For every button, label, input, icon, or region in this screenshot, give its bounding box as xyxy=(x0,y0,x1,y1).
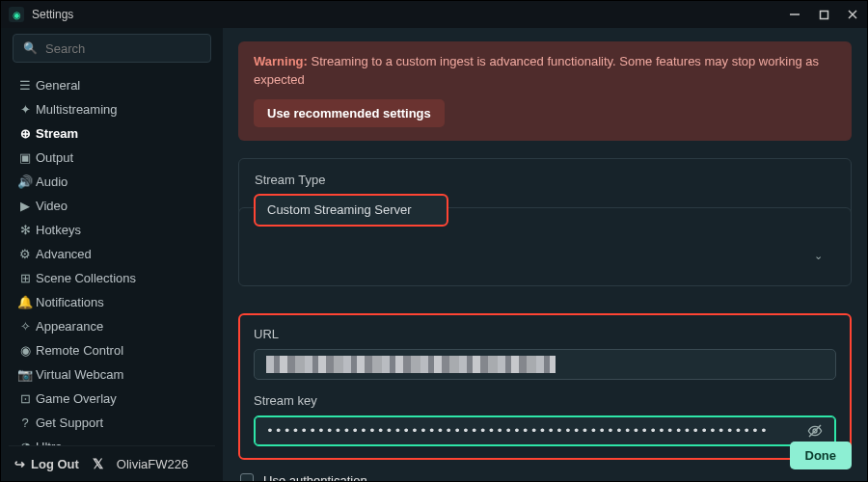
stream-type-select[interactable]: Custom Streaming Server xyxy=(255,195,448,226)
advanced-icon: ⚙ xyxy=(14,247,36,261)
sidebar-item-label: Remote Control xyxy=(36,343,123,358)
sidebar-item-label: Appearance xyxy=(36,319,103,334)
sidebar-item-scene-collections[interactable]: ⊞Scene Collections xyxy=(9,266,215,289)
app-icon: ◉ xyxy=(9,7,24,22)
sidebar-item-remote-control[interactable]: ◉Remote Control xyxy=(9,338,215,362)
virtual-webcam-icon: 📷 xyxy=(14,367,36,382)
stream-type-value: Custom Streaming Server xyxy=(267,202,412,217)
sidebar-item-label: Scene Collections xyxy=(36,271,136,285)
search-box[interactable]: 🔍 xyxy=(13,34,211,63)
close-button[interactable] xyxy=(846,8,859,21)
sidebar-item-label: Stream xyxy=(36,126,78,141)
warning-text: Warning: Streaming to a custom ingest is… xyxy=(254,53,836,90)
sidebar-item-appearance[interactable]: ✧Appearance xyxy=(9,314,215,337)
multistreaming-icon: ✦ xyxy=(14,102,36,117)
audio-icon: 🔊 xyxy=(14,174,36,189)
username: OliviaFW226 xyxy=(117,457,188,471)
game-overlay-icon: ⊡ xyxy=(14,391,36,406)
sidebar-item-hotkeys[interactable]: ✻Hotkeys xyxy=(9,218,215,241)
sidebar-item-label: Hotkeys xyxy=(36,223,81,237)
sidebar-item-output[interactable]: ▣Output xyxy=(9,146,215,169)
maximize-button[interactable] xyxy=(817,8,830,21)
sidebar-item-get-support[interactable]: ?Get Support xyxy=(9,411,215,434)
stream-type-select-full[interactable]: ⌄ xyxy=(255,241,835,272)
stream-type-label: Stream Type xyxy=(255,173,835,187)
sidebar-item-video[interactable]: ▶Video xyxy=(9,194,215,217)
window-title: Settings xyxy=(32,8,73,21)
sidebar-item-notifications[interactable]: 🔔Notifications xyxy=(9,290,215,313)
sidebar-item-label: General xyxy=(36,78,80,93)
sidebar-item-label: Output xyxy=(36,150,73,165)
url-input[interactable] xyxy=(254,349,836,380)
url-label: URL xyxy=(254,327,836,341)
logout-icon: ↪ xyxy=(14,457,25,471)
sidebar-item-label: Game Overlay xyxy=(36,391,117,406)
main-panel: Warning: Streaming to a custom ingest is… xyxy=(223,28,867,481)
appearance-icon: ✧ xyxy=(14,319,36,334)
logout-label: Log Out xyxy=(31,457,79,471)
sidebar-item-label: Multistreaming xyxy=(36,102,118,117)
stream-key-label: Stream key xyxy=(254,393,836,408)
sidebar-item-label: Virtual Webcam xyxy=(36,367,123,382)
use-recommended-button[interactable]: Use recommended settings xyxy=(254,99,445,127)
warning-card: Warning: Streaming to a custom ingest is… xyxy=(238,41,852,141)
general-icon: ☰ xyxy=(14,78,36,93)
sidebar-item-general[interactable]: ☰General xyxy=(9,73,215,96)
sidebar-item-game-overlay[interactable]: ⊡Game Overlay xyxy=(9,387,215,410)
sidebar-item-label: Audio xyxy=(36,174,68,189)
remote-control-icon: ◉ xyxy=(14,343,36,358)
sidebar-item-audio[interactable]: 🔊Audio xyxy=(9,170,215,193)
sidebar-item-label: Get Support xyxy=(36,415,103,430)
sidebar: 🔍 ☰General✦Multistreaming⊕Stream▣Output🔊… xyxy=(1,28,223,481)
video-icon: ▶ xyxy=(14,199,36,213)
titlebar: ◉ Settings xyxy=(1,1,867,28)
sidebar-item-stream[interactable]: ⊕Stream xyxy=(9,121,215,145)
done-button[interactable]: Done xyxy=(790,442,853,469)
output-icon: ▣ xyxy=(14,150,36,165)
search-input[interactable] xyxy=(45,41,207,56)
logout-button[interactable]: ↪ Log Out xyxy=(14,457,79,471)
x-icon: 𝕏 xyxy=(93,456,103,471)
sidebar-item-advanced[interactable]: ⚙Advanced xyxy=(9,242,215,265)
scene-collections-icon: ⊞ xyxy=(14,271,36,285)
sidebar-item-virtual-webcam[interactable]: 📷Virtual Webcam xyxy=(9,362,215,386)
url-value-redacted xyxy=(266,356,556,373)
sidebar-item-ultra[interactable]: ◔Ultra xyxy=(9,435,215,445)
sidebar-item-label: Notifications xyxy=(36,295,104,309)
sidebar-item-multistreaming[interactable]: ✦Multistreaming xyxy=(9,97,215,120)
sidebar-item-label: Advanced xyxy=(36,247,92,261)
get-support-icon: ? xyxy=(14,415,36,430)
svg-rect-1 xyxy=(820,11,827,18)
nav-list: ☰General✦Multistreaming⊕Stream▣Output🔊Au… xyxy=(9,72,215,445)
sidebar-item-label: Video xyxy=(36,199,68,213)
stream-type-section: Stream Type Custom Streaming Server xyxy=(238,158,852,240)
search-icon: 🔍 xyxy=(23,41,38,55)
minimize-button[interactable] xyxy=(788,8,801,21)
notifications-icon: 🔔 xyxy=(14,295,36,309)
stream-icon: ⊕ xyxy=(14,126,36,141)
chevron-down-icon: ⌄ xyxy=(814,250,823,262)
hotkeys-icon: ✻ xyxy=(14,223,36,237)
